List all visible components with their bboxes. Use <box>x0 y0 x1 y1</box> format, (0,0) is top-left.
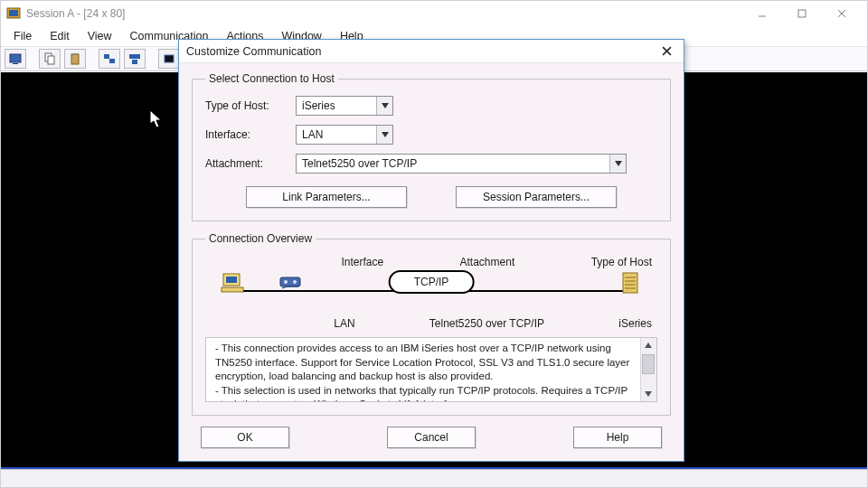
svg-rect-7 <box>13 63 18 64</box>
group-select-connection-legend: Select Connection to Host <box>205 72 338 85</box>
interface-label: Interface: <box>205 128 296 141</box>
svg-rect-12 <box>104 54 109 59</box>
attachment-select[interactable]: Telnet5250 over TCP/IP <box>296 154 627 174</box>
scroll-down-icon[interactable] <box>640 387 656 401</box>
attachment-label: Attachment: <box>205 157 296 170</box>
svg-rect-11 <box>73 53 77 55</box>
group-select-connection: Select Connection to Host Type of Host: … <box>192 72 671 221</box>
svg-rect-29 <box>280 277 300 286</box>
link-parameters-button[interactable]: Link Parameters... <box>246 186 407 208</box>
svg-rect-27 <box>226 277 237 283</box>
svg-rect-16 <box>132 60 137 64</box>
tool-paste-icon[interactable] <box>64 49 86 69</box>
svg-rect-1 <box>9 10 18 16</box>
interface-select[interactable]: LAN <box>296 125 393 145</box>
dialog-titlebar: Customize Communication <box>179 40 684 63</box>
overview-lbl-attachment: Telnet5250 over TCP/IP <box>429 317 544 330</box>
svg-rect-3 <box>798 10 806 17</box>
overview-hdr-interface: Interface <box>341 256 383 268</box>
session-parameters-button[interactable]: Session Parameters... <box>456 186 617 208</box>
status-bar <box>1 469 867 487</box>
svg-rect-10 <box>71 54 79 64</box>
scrollbar[interactable] <box>640 338 656 401</box>
tool-session2-icon[interactable] <box>124 49 146 69</box>
overview-desc-line2: - This selection is used in networks tha… <box>215 384 637 402</box>
tool-session1-icon[interactable] <box>99 49 120 69</box>
overview-hdr-host: Type of Host <box>591 256 652 268</box>
dialog-title: Customize Communication <box>186 45 321 58</box>
overview-headers: Interface Attachment Type of Host <box>205 256 657 268</box>
svg-rect-13 <box>109 59 115 63</box>
menu-file[interactable]: File <box>5 28 41 45</box>
customize-communication-dialog: Customize Communication Select Connectio… <box>178 39 684 462</box>
minimize-button[interactable] <box>742 1 782 26</box>
overview-labels: LAN Telnet5250 over TCP/IP iSeries <box>205 317 657 330</box>
window-close-button[interactable] <box>822 1 862 26</box>
chevron-down-icon <box>376 126 392 144</box>
overview-diagram: TCP/IP <box>209 270 654 314</box>
ok-button[interactable]: OK <box>201 427 289 448</box>
host-icon <box>618 270 643 296</box>
svg-rect-17 <box>165 55 174 62</box>
svg-marker-37 <box>645 343 652 348</box>
tool-screen-icon[interactable] <box>5 49 26 69</box>
group-connection-overview-legend: Connection Overview <box>205 232 316 245</box>
tool-copy-icon[interactable] <box>39 49 61 69</box>
attachment-pill: TCP/IP <box>389 270 475 294</box>
overview-desc-line1: - This connection provides access to an … <box>215 342 637 384</box>
type-of-host-label: Type of Host: <box>205 99 296 112</box>
window-controls <box>742 1 862 26</box>
main-title: Session A - [24 x 80] <box>26 7 125 20</box>
interface-value: LAN <box>302 128 323 141</box>
svg-marker-25 <box>615 161 622 166</box>
svg-rect-14 <box>129 54 135 59</box>
svg-marker-24 <box>382 132 389 137</box>
menu-view[interactable]: View <box>79 28 121 45</box>
scroll-up-icon[interactable] <box>640 338 656 352</box>
dialog-close-button[interactable] <box>656 42 676 61</box>
type-of-host-select[interactable]: iSeries <box>296 96 393 116</box>
svg-rect-32 <box>623 273 637 293</box>
help-button[interactable]: Help <box>573 427 662 448</box>
overview-lbl-host: iSeries <box>618 317 652 330</box>
svg-point-30 <box>284 280 288 284</box>
chevron-down-icon <box>376 97 392 115</box>
type-of-host-value: iSeries <box>302 99 335 112</box>
dialog-button-row: OK Cancel Help <box>192 427 671 448</box>
tool-display1-icon[interactable] <box>158 49 180 69</box>
lan-icon <box>278 270 303 296</box>
svg-rect-6 <box>10 54 21 62</box>
group-connection-overview: Connection Overview Interface Attachment… <box>192 232 671 416</box>
workstation-icon <box>220 270 245 296</box>
overview-description[interactable]: - This connection provides access to an … <box>205 337 657 402</box>
scroll-thumb[interactable] <box>642 354 655 374</box>
app-icon <box>6 6 21 21</box>
svg-rect-9 <box>48 56 54 64</box>
main-titlebar: Session A - [24 x 80] <box>1 1 867 26</box>
dialog-body: Select Connection to Host Type of Host: … <box>179 63 684 461</box>
attachment-pill-label: TCP/IP <box>389 270 475 294</box>
cancel-button[interactable]: Cancel <box>387 427 476 448</box>
svg-rect-15 <box>135 54 140 59</box>
attachment-value: Telnet5250 over TCP/IP <box>302 157 417 170</box>
svg-rect-28 <box>222 287 243 292</box>
svg-marker-38 <box>645 391 652 397</box>
svg-marker-23 <box>382 103 389 108</box>
svg-point-31 <box>293 280 297 284</box>
maximize-button[interactable] <box>782 1 822 26</box>
chevron-down-icon <box>609 155 626 173</box>
overview-hdr-attachment: Attachment <box>460 256 515 268</box>
overview-lbl-interface: LAN <box>334 317 354 330</box>
menu-edit[interactable]: Edit <box>41 28 79 45</box>
